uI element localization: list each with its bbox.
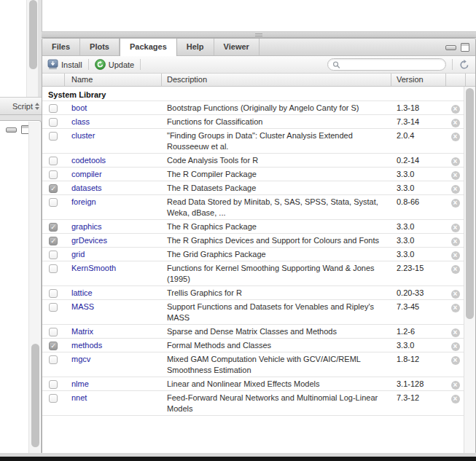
tab-viewer[interactable]: Viewer — [214, 39, 260, 55]
remove-package-icon[interactable]: × — [451, 224, 460, 232]
package-name-link[interactable]: mgcv — [71, 355, 90, 363]
package-name-link[interactable]: graphics — [71, 222, 102, 231]
package-name-link[interactable]: compiler — [71, 170, 102, 178]
package-version: 0.20-33 — [391, 288, 445, 299]
package-loaded-checkbox[interactable] — [49, 380, 58, 389]
install-button[interactable]: Install — [47, 59, 82, 70]
checkbox-cell — [42, 249, 64, 259]
package-loaded-checkbox[interactable] — [49, 170, 58, 179]
minimize-pane-icon[interactable] — [6, 127, 17, 133]
package-loaded-checkbox[interactable] — [49, 289, 58, 298]
package-version: 3.3.0 — [391, 340, 445, 351]
package-name-link[interactable]: codetools — [71, 156, 106, 165]
package-loaded-checkbox[interactable] — [49, 355, 58, 364]
package-loaded-checkbox[interactable] — [49, 251, 58, 259]
package-name-link[interactable]: KernSmooth — [71, 264, 116, 272]
package-loaded-checkbox[interactable] — [49, 303, 58, 312]
remove-package-icon[interactable]: × — [451, 105, 460, 114]
package-loaded-checkbox[interactable] — [49, 132, 58, 141]
package-description: The R Graphics Devices and Support for C… — [161, 235, 391, 246]
package-row: ✓ methods Formal Methods and Classes 3.3… — [42, 339, 465, 352]
remove-package-icon[interactable]: × — [451, 133, 460, 141]
package-loaded-checkbox[interactable] — [49, 104, 58, 113]
package-name-link[interactable]: nnet — [71, 393, 87, 402]
pane-splitter[interactable] — [42, 31, 476, 38]
package-loaded-checkbox[interactable] — [49, 198, 58, 207]
refresh-icon[interactable] — [459, 59, 470, 71]
package-loaded-checkbox[interactable] — [49, 157, 58, 165]
tab-help[interactable]: Help — [177, 39, 214, 55]
checkbox-cell — [42, 103, 64, 113]
package-row: ✓ grDevices The R Graphics Devices and S… — [42, 234, 465, 248]
checkbox-cell: ✓ — [42, 340, 64, 350]
remove-package-icon[interactable]: × — [451, 171, 460, 180]
remove-package-icon[interactable]: × — [451, 328, 460, 337]
tab-plots[interactable]: Plots — [80, 39, 120, 55]
package-name-link[interactable]: MASS — [71, 302, 94, 311]
search-input[interactable] — [343, 60, 441, 69]
package-name-link[interactable]: lattice — [71, 288, 93, 297]
package-name-link[interactable]: foreign — [71, 197, 96, 206]
remove-package-icon[interactable]: × — [451, 381, 460, 390]
package-name-link[interactable]: grid — [71, 250, 85, 259]
package-version: 3.1-128 — [391, 379, 445, 390]
package-loaded-checkbox[interactable] — [49, 118, 58, 127]
package-name-link[interactable]: datasets — [71, 184, 102, 192]
remove-package-icon[interactable]: × — [451, 251, 460, 260]
package-name-link[interactable]: Matrix — [71, 327, 93, 336]
remove-package-icon[interactable]: × — [451, 290, 460, 299]
list-scrollbar-track[interactable] — [464, 87, 475, 454]
toolbar-separator — [88, 59, 89, 70]
remove-package-icon[interactable]: × — [451, 395, 460, 403]
package-name-link[interactable]: methods — [71, 341, 102, 350]
console-scrollbar-track[interactable] — [28, 122, 40, 453]
remove-package-icon[interactable]: × — [451, 157, 460, 166]
tab-files[interactable]: Files — [42, 39, 80, 55]
column-header-version: Version — [397, 75, 424, 84]
remove-package-icon[interactable]: × — [451, 185, 460, 194]
remove-package-icon[interactable]: × — [451, 237, 460, 246]
package-name-link[interactable]: cluster — [71, 131, 95, 140]
package-version: 3.3.0 — [391, 235, 445, 246]
package-name-link[interactable]: boot — [71, 103, 87, 112]
remove-cell: × — [445, 130, 465, 141]
remove-package-icon[interactable]: × — [451, 119, 460, 127]
tab-packages[interactable]: Packages — [120, 39, 177, 56]
update-button[interactable]: Update — [95, 59, 134, 70]
column-separator — [64, 74, 65, 86]
package-row: MASS Support Functions and Datasets for … — [42, 300, 465, 325]
package-loaded-checkbox[interactable] — [49, 264, 58, 273]
remove-package-icon[interactable]: × — [451, 304, 460, 312]
package-loaded-checkbox[interactable] — [49, 394, 58, 403]
console-scrollbar-thumb[interactable] — [31, 344, 39, 447]
remove-cell: × — [445, 221, 465, 232]
package-name-link[interactable]: class — [71, 117, 90, 126]
package-name-link[interactable]: nlme — [71, 379, 89, 388]
remove-cell: × — [445, 393, 465, 403]
name-cell: grDevices — [64, 235, 161, 246]
remove-package-icon[interactable]: × — [451, 356, 460, 365]
package-loaded-checkbox[interactable]: ✓ — [49, 223, 58, 232]
editor-scrollbar-track[interactable] — [26, 0, 38, 97]
remove-package-icon[interactable]: × — [451, 265, 460, 274]
package-row: cluster "Finding Groups in Data": Cluste… — [42, 129, 465, 154]
package-loaded-checkbox[interactable]: ✓ — [49, 342, 58, 350]
maximize-pane-icon[interactable] — [461, 43, 469, 52]
package-loaded-checkbox[interactable]: ✓ — [49, 184, 58, 193]
remove-package-icon[interactable]: × — [451, 199, 460, 208]
remove-package-icon[interactable]: × — [451, 342, 460, 351]
package-version: 2.0.4 — [391, 130, 445, 141]
package-loaded-checkbox[interactable]: ✓ — [49, 237, 58, 245]
package-loaded-checkbox[interactable] — [49, 328, 58, 336]
list-scrollbar-thumb[interactable] — [466, 88, 474, 319]
packages-list: System Library boot Bootstrap Functions … — [42, 87, 475, 454]
package-name-link[interactable]: grDevices — [71, 236, 107, 245]
editor-scrollbar-thumb[interactable] — [29, 0, 37, 69]
splitter-grip-icon[interactable] — [255, 34, 262, 36]
checkbox-cell — [42, 326, 64, 336]
package-description: The Grid Graphics Package — [161, 249, 391, 260]
script-type-selector[interactable]: Script — [12, 102, 33, 111]
minimize-pane-icon[interactable] — [445, 45, 456, 50]
package-search-box[interactable] — [327, 58, 446, 71]
rstudio-window: Script Files Plots Packages Help — [0, 0, 476, 461]
